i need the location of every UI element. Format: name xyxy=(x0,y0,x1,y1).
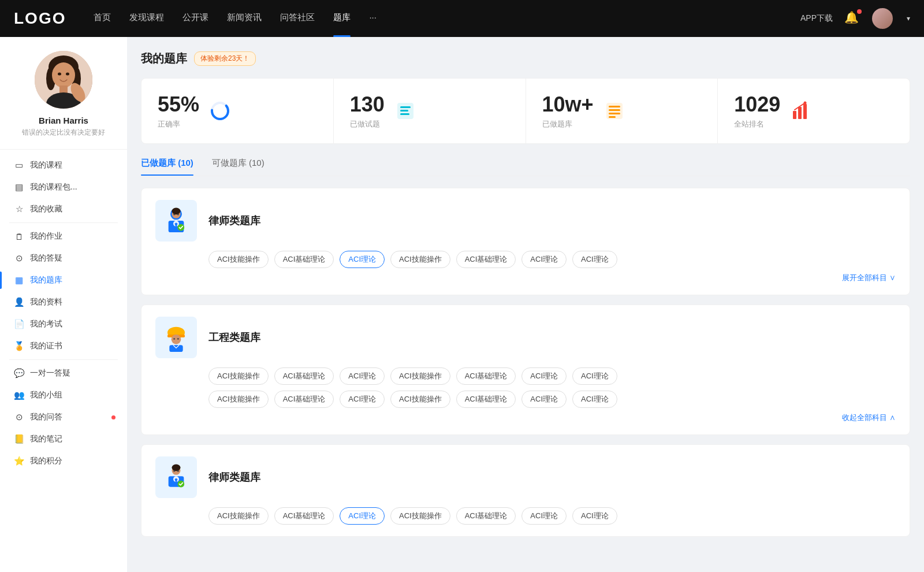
svg-point-9 xyxy=(58,73,61,76)
stat-text: 130 已做试题 xyxy=(350,92,385,129)
tag[interactable]: ACI基础理论 xyxy=(456,367,516,385)
tag[interactable]: ACI基础理论 xyxy=(456,507,516,525)
user-avatar[interactable] xyxy=(872,8,893,29)
sidebar-item-questions[interactable]: ⊙ 我的问答 xyxy=(0,406,127,428)
sidebar-item-exam[interactable]: 📄 我的考试 xyxy=(0,313,127,335)
exercises-icon xyxy=(394,99,417,122)
exercises-value: 130 xyxy=(350,92,385,117)
course-package-icon: ▤ xyxy=(14,182,24,192)
sidebar-item-label: 我的题库 xyxy=(30,275,62,285)
sidebar-item-label: 我的笔记 xyxy=(30,434,62,444)
tag[interactable]: ACI技能操作 xyxy=(390,507,450,525)
user-name: Brian Harris xyxy=(9,116,118,125)
user-avatar-large xyxy=(35,51,92,109)
expand-link-1[interactable]: 展开全部科目 ∨ xyxy=(155,273,896,283)
tag[interactable]: ACI理论 xyxy=(572,507,617,525)
tag[interactable]: ACI技能操作 xyxy=(208,391,269,408)
avatar-chevron-icon[interactable]: ▾ xyxy=(907,14,910,23)
svg-point-10 xyxy=(66,73,69,76)
sidebar-item-group[interactable]: 👥 我的小组 xyxy=(0,384,127,406)
profile-icon: 👤 xyxy=(14,297,24,307)
collapse-link-2[interactable]: 收起全部科目 ∧ xyxy=(155,413,896,423)
tag[interactable]: ACI理论 xyxy=(521,391,567,408)
nav-more[interactable]: ··· xyxy=(369,12,377,25)
tag[interactable]: ACI基础理论 xyxy=(274,367,334,385)
tag[interactable]: ACI理论 xyxy=(521,367,567,385)
svg-rect-15 xyxy=(400,110,408,112)
sidebar-item-label: 我的小组 xyxy=(30,390,62,400)
sidebar-item-course[interactable]: ▭ 我的课程 xyxy=(0,154,127,176)
sidebar-item-points[interactable]: ⭐ 我的积分 xyxy=(0,450,127,472)
exam-icon: 📄 xyxy=(14,319,24,329)
tag[interactable]: ACI技能操作 xyxy=(208,507,269,525)
tag[interactable]: ACI基础理论 xyxy=(456,251,516,268)
sidebar-item-quiz-bank[interactable]: ▦ 我的题库 xyxy=(0,269,127,291)
tag[interactable]: ACI技能操作 xyxy=(390,251,450,268)
bell-icon: 🔔 xyxy=(844,11,859,24)
nav-open-course[interactable]: 公开课 xyxy=(182,12,208,25)
accuracy-label: 正确率 xyxy=(158,119,199,129)
bank-card-header: 律师类题库 xyxy=(155,200,896,242)
tag[interactable]: ACI理论 xyxy=(572,251,617,268)
tag[interactable]: ACI基础理论 xyxy=(274,507,334,525)
tab-done[interactable]: 已做题库 (10) xyxy=(141,158,193,176)
sidebar-item-tutor[interactable]: 💬 一对一答疑 xyxy=(0,362,127,384)
sidebar-item-label: 我的作业 xyxy=(30,231,62,242)
banks-value: 10w+ xyxy=(542,92,594,117)
tags-row-2a: ACI技能操作 ACI基础理论 ACI理论 ACI技能操作 ACI基础理论 AC… xyxy=(208,367,896,385)
quiz-bank-icon: ▦ xyxy=(14,275,24,285)
tag[interactable]: ACI理论 xyxy=(340,391,385,408)
stat-ranking: 1029 全站排名 xyxy=(718,79,910,143)
app-download-link[interactable]: APP下载 xyxy=(800,13,833,24)
tags-row-3: ACI技能操作 ACI基础理论 ACI理论 ACI技能操作 ACI基础理论 AC… xyxy=(208,507,896,525)
stat-text: 1029 全站排名 xyxy=(734,92,780,129)
bell-button[interactable]: 🔔 xyxy=(844,10,860,27)
sidebar-item-label: 我的积分 xyxy=(30,456,62,466)
homework-icon: 🗒 xyxy=(14,232,24,242)
menu-divider-2 xyxy=(9,359,118,360)
tag[interactable]: ACI理论 xyxy=(572,367,617,385)
nav-qa[interactable]: 问答社区 xyxy=(280,12,315,25)
tag[interactable]: ACI基础理论 xyxy=(274,251,334,268)
exercises-label: 已做试题 xyxy=(350,119,385,129)
sidebar-item-favorites[interactable]: ☆ 我的收藏 xyxy=(0,198,127,220)
svg-rect-18 xyxy=(609,106,620,107)
sidebar-item-homework[interactable]: 🗒 我的作业 xyxy=(0,225,127,247)
svg-rect-14 xyxy=(400,106,411,108)
tag[interactable]: ACI基础理论 xyxy=(456,391,516,408)
tag[interactable]: ACI技能操作 xyxy=(390,391,450,408)
sidebar-item-notes[interactable]: 📒 我的笔记 xyxy=(0,428,127,450)
tag-active[interactable]: ACI理论 xyxy=(340,251,385,268)
ranking-label: 全站排名 xyxy=(734,119,780,129)
tag[interactable]: ACI理论 xyxy=(521,507,567,525)
sidebar-item-label: 我的考试 xyxy=(30,319,62,329)
sidebar-item-profile[interactable]: 👤 我的资料 xyxy=(0,291,127,313)
tab-available[interactable]: 可做题库 (10) xyxy=(212,158,264,176)
sidebar-item-qa[interactable]: ⊙ 我的答疑 xyxy=(0,247,127,269)
tag[interactable]: ACI技能操作 xyxy=(390,367,450,385)
accuracy-value: 55% xyxy=(158,92,199,117)
sidebar-item-certificate[interactable]: 🏅 我的证书 xyxy=(0,335,127,357)
navbar: LOGO 首页 发现课程 公开课 新闻资讯 问答社区 题库 ··· APP下载 … xyxy=(0,0,924,37)
nav-home[interactable]: 首页 xyxy=(94,12,111,25)
nav-discover[interactable]: 发现课程 xyxy=(129,12,164,25)
tag[interactable]: ACI理论 xyxy=(340,367,385,385)
tag[interactable]: ACI技能操作 xyxy=(208,367,269,385)
nav-quiz[interactable]: 题库 xyxy=(333,12,351,25)
trial-badge: 体验剩余23天！ xyxy=(194,51,256,66)
svg-point-39 xyxy=(177,338,179,340)
bank-card-engineer: 工程类题库 ACI技能操作 ACI基础理论 ACI理论 ACI技能操作 ACI基… xyxy=(141,304,910,435)
tag[interactable]: ACI基础理论 xyxy=(274,391,334,408)
tag[interactable]: ACI理论 xyxy=(572,391,617,408)
main-content: 我的题库 体验剩余23天！ 55% 正确率 xyxy=(127,37,924,572)
nav-news[interactable]: 新闻资讯 xyxy=(227,12,262,25)
tag[interactable]: ACI理论 xyxy=(521,251,567,268)
page-layout: Brian Harris 错误的决定比没有决定要好 ▭ 我的课程 ▤ 我的课程包… xyxy=(0,37,924,572)
bank-title: 工程类题库 xyxy=(208,330,260,344)
sidebar-item-course-package[interactable]: ▤ 我的课程包... xyxy=(0,176,127,198)
tag[interactable]: ACI技能操作 xyxy=(208,251,269,268)
tag-active[interactable]: ACI理论 xyxy=(340,507,385,525)
nav-right: APP下载 🔔 ▾ xyxy=(800,8,910,29)
bank-icon-lawyer-2 xyxy=(155,456,197,498)
svg-point-33 xyxy=(173,214,175,216)
